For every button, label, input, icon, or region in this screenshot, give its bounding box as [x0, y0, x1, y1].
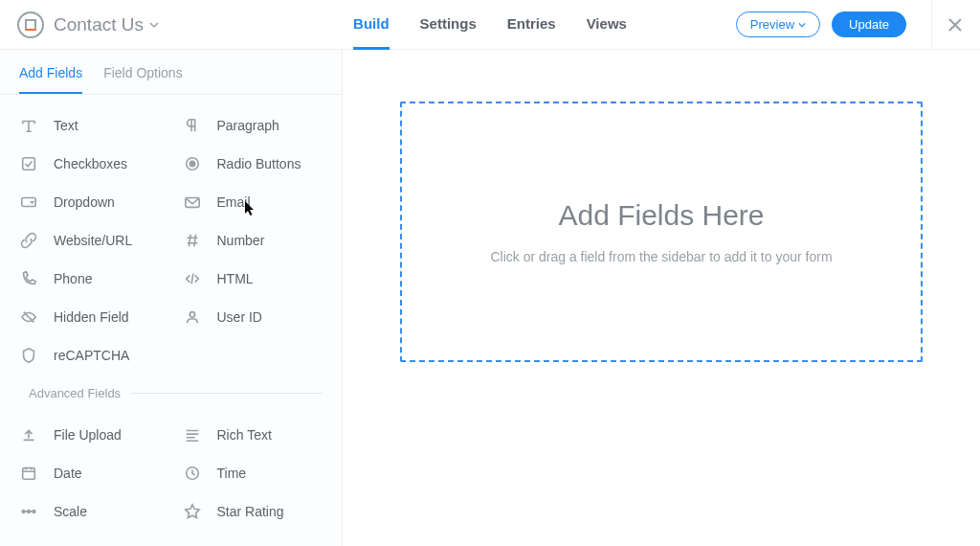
url-icon — [19, 231, 38, 250]
preview-button[interactable]: Preview — [736, 11, 820, 37]
form-title-dropdown[interactable]: Contact Us — [54, 14, 159, 35]
nav-entries[interactable]: Entries — [507, 0, 556, 50]
field-rich-text[interactable]: Rich Text — [173, 416, 333, 454]
field-label: Date — [54, 466, 82, 481]
sidebar-tabs: Add Fields Field Options — [0, 50, 342, 95]
field-star-rating[interactable]: Star Rating — [173, 492, 333, 531]
field-label: Checkboxes — [54, 156, 127, 171]
scale-icon — [19, 502, 38, 521]
paragraph-icon — [183, 116, 202, 135]
field-label: Time — [217, 466, 247, 481]
richtext-icon — [183, 425, 202, 444]
text-icon — [19, 116, 38, 135]
field-label: Dropdown — [54, 194, 115, 210]
field-label: Text — [54, 118, 78, 133]
hidden-icon — [19, 307, 38, 327]
nav-views[interactable]: Views — [587, 0, 627, 50]
date-icon — [19, 464, 38, 483]
dropdown-icon — [19, 193, 38, 212]
topbar: Contact Us Build Settings Entries Views … — [0, 0, 980, 50]
svg-point-5 — [189, 312, 194, 317]
chevron-down-icon — [149, 20, 159, 30]
svg-point-2 — [189, 161, 194, 166]
email-icon — [183, 193, 202, 212]
field-hidden[interactable]: Hidden Field — [10, 298, 169, 336]
tab-field-options[interactable]: Field Options — [103, 65, 182, 94]
tab-add-fields[interactable]: Add Fields — [19, 65, 82, 94]
field-checkboxes[interactable]: Checkboxes — [10, 145, 169, 183]
field-recaptcha[interactable]: reCAPTCHA — [10, 336, 332, 375]
field-time[interactable]: Time — [173, 454, 333, 492]
field-label: Radio Buttons — [217, 156, 301, 171]
field-label: Hidden Field — [54, 309, 129, 325]
sidebar: Add Fields Field Options Text Paragraph … — [0, 50, 343, 546]
form-title: Contact Us — [54, 14, 144, 35]
dropzone-subtext: Click or drag a field from the sidebar t… — [490, 249, 832, 264]
main-nav: Build Settings Entries Views — [353, 0, 627, 50]
checkbox-icon — [19, 154, 38, 173]
phone-icon — [19, 269, 38, 288]
svg-rect-6 — [23, 468, 35, 480]
preview-label: Preview — [750, 17, 794, 32]
field-userid[interactable]: User ID — [173, 298, 333, 336]
close-icon — [947, 17, 963, 33]
number-icon — [183, 231, 202, 250]
field-html[interactable]: HTML — [173, 260, 333, 298]
svg-rect-0 — [23, 158, 35, 171]
advanced-fields-divider: Advanced Fields — [0, 380, 342, 404]
field-label: Paragraph — [217, 118, 279, 133]
close-button[interactable] — [931, 0, 963, 50]
field-number[interactable]: Number — [173, 221, 333, 260]
upload-icon — [19, 425, 38, 444]
star-icon — [183, 502, 202, 521]
top-actions: Preview Update — [736, 0, 963, 50]
field-text[interactable]: Text — [10, 106, 169, 145]
recaptcha-icon — [19, 346, 38, 365]
field-label: File Upload — [54, 427, 122, 443]
dropzone-heading: Add Fields Here — [558, 199, 764, 232]
html-icon — [183, 269, 202, 288]
field-radio-buttons[interactable]: Radio Buttons — [173, 145, 333, 183]
userid-icon — [183, 307, 202, 327]
field-label: Rich Text — [217, 427, 272, 443]
nav-settings[interactable]: Settings — [420, 0, 477, 50]
field-date[interactable]: Date — [10, 454, 169, 492]
field-label: HTML — [217, 271, 254, 286]
form-canvas: Add Fields Here Click or drag a field fr… — [343, 50, 980, 546]
field-label: Star Rating — [217, 504, 284, 519]
advanced-fields-label: Advanced Fields — [29, 386, 121, 400]
field-label: Scale — [54, 504, 87, 519]
field-label: reCAPTCHA — [54, 348, 129, 363]
mouse-cursor — [245, 201, 256, 216]
field-label: Phone — [54, 271, 92, 286]
basic-fields: Text Paragraph Checkboxes Radio Buttons … — [0, 95, 342, 380]
update-button[interactable]: Update — [832, 11, 906, 37]
field-label: Number — [217, 233, 265, 248]
nav-build[interactable]: Build — [353, 0, 390, 50]
caret-down-icon — [798, 21, 806, 29]
field-label: Website/URL — [54, 233, 132, 248]
field-file-upload[interactable]: File Upload — [10, 416, 169, 454]
field-phone[interactable]: Phone — [10, 260, 169, 298]
radio-icon — [183, 154, 202, 173]
app-logo — [17, 11, 44, 38]
field-website-url[interactable]: Website/URL — [10, 221, 169, 260]
field-paragraph[interactable]: Paragraph — [173, 106, 333, 145]
dropzone[interactable]: Add Fields Here Click or drag a field fr… — [400, 102, 923, 362]
field-scale[interactable]: Scale — [10, 492, 169, 531]
field-dropdown[interactable]: Dropdown — [10, 183, 169, 221]
content: Add Fields Field Options Text Paragraph … — [0, 50, 980, 546]
field-label: User ID — [217, 309, 262, 325]
advanced-fields: File Upload Rich Text Date Time Scale St… — [0, 404, 342, 536]
time-icon — [183, 464, 202, 483]
